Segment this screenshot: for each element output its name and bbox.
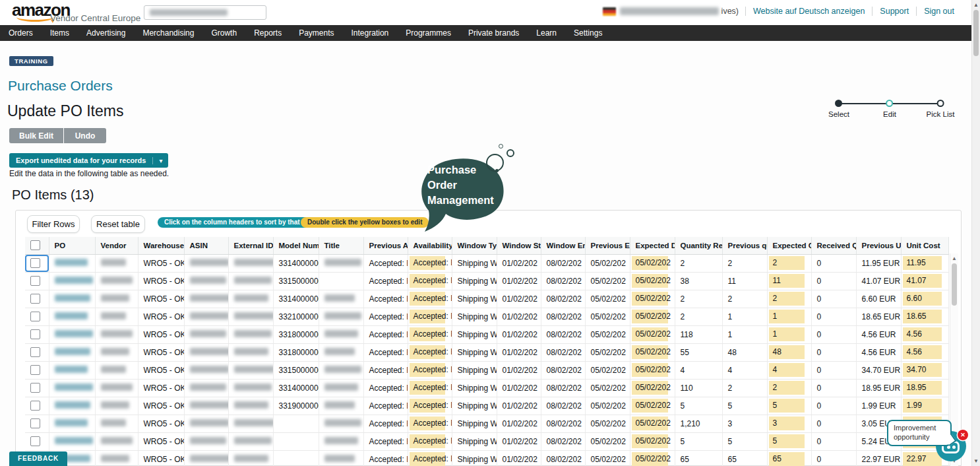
- row-checkbox[interactable]: [30, 294, 40, 304]
- editable-cell-expected_qty[interactable]: 1: [769, 310, 805, 323]
- editable-cell-unit_cost[interactable]: 6.60: [903, 292, 942, 306]
- editable-cell-availability[interactable]: Accepted: E: [410, 399, 445, 413]
- column-header-window_type[interactable]: Window Type: [452, 237, 497, 254]
- editable-cell-expected_date[interactable]: 05/02/202: [632, 416, 668, 430]
- stepper-dot-select[interactable]: [836, 100, 843, 107]
- editable-cell-availability[interactable]: Accepted: E: [410, 327, 445, 341]
- editable-cell-expected_qty[interactable]: 2: [769, 381, 805, 395]
- nav-item-programmes[interactable]: Programmes: [397, 25, 460, 41]
- nav-item-orders[interactable]: Orders: [0, 25, 42, 41]
- po-link-redacted[interactable]: [55, 259, 88, 266]
- editable-cell-availability[interactable]: Accepted: E: [410, 292, 445, 306]
- column-header-expected_date[interactable]: Expected Dat: [630, 237, 675, 254]
- editable-cell-availability[interactable]: Accepted: E: [410, 452, 445, 466]
- table-scrollbar-thumb[interactable]: [952, 263, 957, 306]
- editable-cell-availability[interactable]: Accepted: E: [410, 434, 445, 448]
- row-checkbox[interactable]: [30, 276, 40, 286]
- po-link-redacted[interactable]: [55, 401, 90, 409]
- editable-cell-expected_date[interactable]: 05/02/202: [632, 327, 668, 341]
- row-checkbox[interactable]: [30, 329, 40, 339]
- undo-button[interactable]: Undo: [64, 128, 106, 143]
- column-header-asin[interactable]: ASIN: [184, 237, 228, 254]
- nav-item-payments[interactable]: Payments: [290, 25, 342, 41]
- reset-table-button[interactable]: Reset table: [91, 215, 145, 233]
- editable-cell-expected_date[interactable]: 05/02/202: [632, 310, 668, 323]
- editable-cell-expected_qty[interactable]: 2: [769, 292, 805, 306]
- editable-cell-expected_date[interactable]: 05/02/202: [632, 345, 668, 359]
- export-unedited-data-button[interactable]: Export unedited data for your records ▾: [9, 153, 168, 168]
- po-link-redacted[interactable]: [55, 419, 88, 426]
- editable-cell-availability[interactable]: Accepted: E: [410, 416, 445, 430]
- editable-cell-expected_qty[interactable]: 11: [769, 274, 805, 288]
- bulk-edit-button[interactable]: Bulk Edit: [9, 128, 63, 143]
- nav-item-growth[interactable]: Growth: [202, 25, 245, 41]
- column-header-expected_qty[interactable]: Expected Qua: [767, 237, 811, 254]
- editable-cell-expected_qty[interactable]: 4: [769, 363, 805, 377]
- sign-out-link[interactable]: Sign out: [916, 7, 962, 16]
- nav-item-items[interactable]: Items: [42, 25, 78, 41]
- editable-cell-availability[interactable]: Accepted: E: [410, 363, 445, 377]
- editable-cell-expected_qty[interactable]: 2: [769, 256, 805, 270]
- environment-chevron-icon[interactable]: ⌄: [42, 55, 48, 63]
- editable-cell-expected_date[interactable]: 05/02/202: [632, 452, 668, 466]
- editable-cell-expected_date[interactable]: 05/02/202: [632, 256, 668, 270]
- row-checkbox[interactable]: [30, 365, 40, 375]
- column-header-prev_qty[interactable]: Previous qua: [722, 237, 767, 254]
- editable-cell-expected_qty[interactable]: 48: [769, 345, 805, 359]
- po-link-redacted[interactable]: [55, 348, 90, 355]
- editable-cell-unit_cost[interactable]: 1.99: [903, 399, 942, 413]
- column-header-prev_expected[interactable]: Previous Exp: [585, 237, 630, 254]
- editable-cell-expected_date[interactable]: 05/02/202: [632, 292, 668, 306]
- nav-item-learn[interactable]: Learn: [528, 25, 565, 41]
- nav-item-settings[interactable]: Settings: [565, 25, 611, 41]
- po-link-redacted[interactable]: [55, 366, 88, 373]
- editable-cell-unit_cost[interactable]: 22.97: [903, 452, 942, 466]
- editable-cell-expected_date[interactable]: 05/02/202: [632, 399, 668, 413]
- select-all-header[interactable]: [25, 237, 49, 254]
- editable-cell-unit_cost[interactable]: 18.65: [903, 310, 942, 323]
- po-link-redacted[interactable]: [55, 437, 93, 444]
- editable-cell-unit_cost[interactable]: 34.70: [903, 363, 942, 377]
- column-header-warehouse[interactable]: Warehouse: [138, 237, 184, 254]
- editable-cell-unit_cost[interactable]: 4.56: [903, 327, 942, 341]
- amazon-logo[interactable]: amazon Vendor Central Europe: [12, 1, 70, 18]
- editable-cell-unit_cost[interactable]: 4.56: [903, 345, 942, 359]
- stepper-dot-edit[interactable]: [886, 100, 893, 107]
- editable-cell-expected_date[interactable]: 05/02/202: [632, 274, 668, 288]
- column-header-availability[interactable]: Availability: [408, 237, 452, 254]
- po-link-redacted[interactable]: [55, 294, 90, 302]
- nav-item-reports[interactable]: Reports: [245, 25, 290, 41]
- select-all-checkbox[interactable]: [30, 240, 40, 250]
- column-header-po[interactable]: PO: [49, 237, 95, 254]
- editable-cell-expected_qty[interactable]: 1: [769, 327, 805, 341]
- column-header-unit_cost[interactable]: Unit Cost: [901, 237, 948, 254]
- support-link[interactable]: Support: [872, 7, 916, 16]
- column-header-window_end[interactable]: Window End: [541, 237, 585, 254]
- row-checkbox[interactable]: [30, 418, 40, 428]
- editable-cell-expected_date[interactable]: 05/02/202: [632, 363, 668, 377]
- editable-cell-expected_qty[interactable]: 65: [769, 452, 805, 466]
- po-link-redacted[interactable]: [55, 383, 93, 391]
- editable-cell-availability[interactable]: Accepted: E: [410, 310, 445, 323]
- editable-cell-availability[interactable]: Accepted: E: [410, 381, 445, 395]
- filter-rows-button[interactable]: Filter Rows: [27, 215, 80, 233]
- language-toggle-link[interactable]: Website auf Deutsch anzeigen: [745, 7, 872, 16]
- column-header-qty_requested[interactable]: Quantity Req: [675, 237, 722, 254]
- column-header-prev_unit_cost[interactable]: Previous Unit: [856, 237, 901, 254]
- editable-cell-expected_qty[interactable]: 5: [769, 434, 805, 448]
- account-selector-dropdown[interactable]: [144, 5, 266, 20]
- feedback-button[interactable]: FEEDBACK: [9, 451, 67, 466]
- editable-cell-unit_cost[interactable]: 41.07: [903, 274, 942, 288]
- breadcrumb-purchase-orders[interactable]: Purchase Orders: [8, 78, 113, 94]
- column-header-prev_avail[interactable]: Previous Avai: [363, 237, 408, 254]
- column-header-received_qty[interactable]: Received Qua: [811, 237, 856, 254]
- row-checkbox[interactable]: [30, 347, 40, 357]
- nav-item-integration[interactable]: Integration: [343, 25, 398, 41]
- column-header-window_start[interactable]: Window Star: [497, 237, 541, 254]
- export-caret-icon[interactable]: ▾: [152, 157, 168, 164]
- column-header-model[interactable]: Model Numb: [273, 237, 319, 254]
- column-header-external_id[interactable]: External ID: [228, 237, 273, 254]
- editable-cell-expected_date[interactable]: 05/02/202: [632, 434, 668, 448]
- editable-cell-unit_cost[interactable]: 11.95: [903, 256, 942, 270]
- row-checkbox[interactable]: [30, 383, 40, 393]
